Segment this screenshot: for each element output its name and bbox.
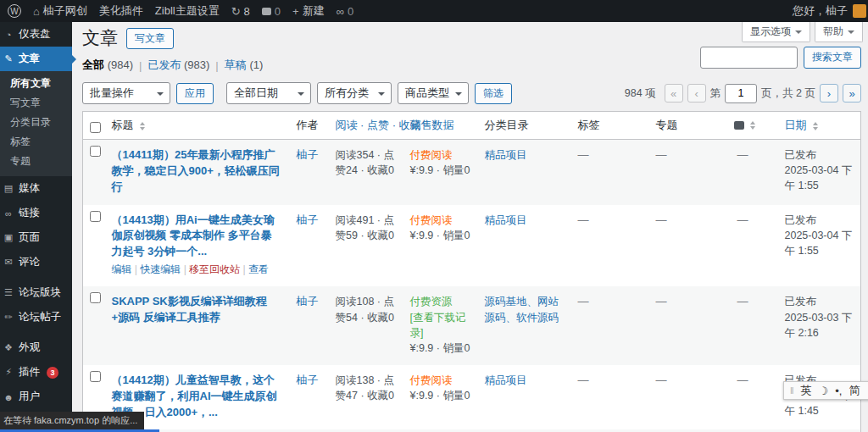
ime-width-toggle-icon[interactable]: ☽ — [819, 385, 829, 397]
comments-menu[interactable]: 0 — [256, 0, 287, 22]
prev-page-button[interactable]: ‹ — [687, 84, 706, 102]
sidebar-item-appearance[interactable]: ❖ 外观 — [0, 335, 72, 360]
category-link[interactable]: 精品项目 — [485, 214, 527, 226]
quick-edit-link[interactable]: 快速编辑 — [140, 263, 181, 275]
ime-language-toggle[interactable]: 英 — [801, 383, 812, 398]
last-page-button[interactable]: » — [843, 84, 861, 102]
ime-punctuation-toggle[interactable]: •, — [835, 385, 842, 397]
updates-menu[interactable]: ↻ 8 — [225, 0, 256, 22]
links-icon: ∞ — [3, 208, 14, 219]
row-checkbox[interactable] — [90, 292, 101, 303]
site-name-menu[interactable]: ⌂ 柚子网创 — [27, 0, 93, 22]
total-items: 984 项 — [625, 86, 656, 101]
row-checkbox[interactable] — [90, 211, 101, 222]
column-author: 作者 — [290, 112, 329, 140]
category-link[interactable]: 精品项目 — [485, 374, 527, 386]
apply-button[interactable]: 应用 — [176, 83, 214, 104]
sidebar-item-pages[interactable]: ▣ 页面 — [0, 225, 72, 250]
author-link[interactable]: 柚子 — [297, 295, 319, 307]
column-title[interactable]: 标题 — [105, 112, 290, 140]
author-link[interactable]: 柚子 — [297, 213, 319, 226]
view-link[interactable]: 查看 — [248, 263, 269, 275]
zibll-theme-settings-menu[interactable]: Zibll主题设置 — [149, 0, 225, 22]
edit-link[interactable]: 编辑 — [112, 263, 132, 275]
beautify-plugin-menu[interactable]: 美化插件 — [93, 0, 149, 22]
first-page-button[interactable]: « — [665, 84, 683, 102]
row-checkbox[interactable] — [90, 371, 101, 382]
submenu-topics[interactable]: 专题 — [0, 152, 72, 171]
topic-cell: — — [649, 140, 727, 205]
wordpress-logo-menu[interactable]: W — [0, 0, 27, 22]
post-title-link[interactable]: （14413期）用Ai一键生成美女瑜伽原创视频 零成本制作 多平台暴力起号 3分… — [112, 213, 275, 258]
bulk-actions-select[interactable]: 批量操作 — [82, 82, 170, 104]
sidebar-item-posts[interactable]: ✎ 文章 — [0, 47, 72, 71]
filter-published[interactable]: 已发布 (983) — [147, 58, 209, 73]
new-content-menu[interactable]: + 新建 — [287, 0, 331, 22]
page-title: 文章 — [82, 26, 118, 50]
post-title-link[interactable]: （14411期）25年最新小程序推广教学，稳定日入900+，轻松碾压同行 — [112, 148, 280, 193]
category-link[interactable]: 精品项目 — [485, 149, 527, 161]
sales-cell: 付费阅读¥:9.9 · 销量0 — [403, 205, 478, 287]
sales-cell: 付费阅读¥:9.9 · 销量0 — [403, 365, 478, 430]
submenu-categories[interactable]: 分类目录 — [0, 113, 72, 132]
column-comments[interactable] — [727, 112, 778, 140]
select-all-checkbox[interactable] — [90, 122, 101, 133]
sidebar-item-forum-sections[interactable]: ☰ 论坛版块 — [0, 280, 72, 305]
chevron-down-icon — [848, 30, 854, 37]
sidebar-item-comments[interactable]: ✉ 评论 — [0, 250, 72, 274]
category-filter-select[interactable]: 所有分类 — [317, 82, 392, 104]
sidebar-item-users[interactable]: ☻ 用户 — [0, 385, 72, 409]
account-menu[interactable]: 您好，柚子 — [793, 3, 868, 19]
column-sales[interactable]: 销售数据 — [403, 112, 478, 140]
submenu-all-posts[interactable]: 所有文章 — [0, 74, 72, 93]
column-categories: 分类目录 — [478, 112, 571, 140]
comments-cell: — — [727, 365, 778, 430]
comments-icon: ✉ — [3, 257, 14, 268]
column-stats[interactable]: 阅读 · 点赞 · 收藏 — [329, 112, 403, 140]
sidebar-item-plugins[interactable]: ⚡ 插件 3 — [0, 360, 72, 385]
add-new-post-button[interactable]: 写文章 — [126, 28, 174, 49]
search-posts-button[interactable]: 搜索文章 — [804, 47, 861, 69]
posts-table: 标题 作者 阅读 · 点赞 · 收藏 销售数据 分类目录 标签 专题 日期 — [82, 111, 861, 432]
filter-button[interactable]: 筛选 — [475, 83, 512, 104]
ime-charset-toggle[interactable]: 简 — [849, 383, 860, 398]
sidebar-item-media[interactable]: ▤ 媒体 — [0, 176, 72, 201]
date-cell: 已发布2025-03-03 下午 2:16 — [778, 286, 861, 365]
sidebar-item-dashboard[interactable]: ◔ 仪表盘 — [0, 22, 72, 47]
chevron-down-icon — [795, 30, 802, 37]
post-title-link[interactable]: SKAPP SK影视反编译详细教程+源码 反编译工具推荐 — [112, 295, 267, 324]
row-checkbox[interactable] — [90, 146, 101, 157]
filter-all[interactable]: 全部 (984) — [82, 58, 133, 73]
current-page-input[interactable] — [725, 84, 757, 103]
sidebar-item-forum-posts[interactable]: ✏ 论坛帖子 — [0, 305, 72, 330]
author-link[interactable]: 柚子 — [297, 374, 319, 386]
row-actions: 编辑 | 快速编辑 | 移至回收站 | 查看 — [112, 263, 283, 277]
filter-draft[interactable]: 草稿 (1) — [225, 58, 264, 73]
author-link[interactable]: 柚子 — [297, 148, 319, 161]
sale-type: 付费阅读 — [410, 213, 471, 228]
avatar — [853, 4, 866, 18]
submenu-tags[interactable]: 标签 — [0, 132, 72, 152]
date-filter-select[interactable]: 全部日期 — [226, 82, 311, 104]
search-input[interactable] — [700, 47, 798, 69]
help-tab[interactable]: 帮助 — [815, 22, 863, 42]
forum-sections-icon: ☰ — [3, 287, 14, 298]
column-date[interactable]: 日期 — [778, 112, 861, 140]
product-type-filter-select[interactable]: 商品类型 — [398, 82, 469, 104]
tags-cell: — — [571, 205, 649, 287]
trash-link[interactable]: 移至回收站 — [189, 263, 240, 275]
screen-options-tab[interactable]: 显示选项 — [742, 22, 810, 42]
links-menu[interactable]: ∞ 0 — [331, 0, 360, 22]
topic-cell: — — [649, 365, 727, 430]
category-link[interactable]: 源码基地、网站源码、软件源码 — [485, 296, 559, 324]
updates-icon: ↻ — [231, 5, 241, 18]
topic-cell: — — [649, 205, 727, 287]
ime-drag-handle[interactable]: ‖ — [790, 385, 794, 396]
sidebar-item-links[interactable]: ∞ 链接 — [0, 201, 72, 225]
table-row: （14413期）用Ai一键生成美女瑜伽原创视频 零成本制作 多平台暴力起号 3分… — [83, 205, 861, 287]
table-row: （14411期）25年最新小程序推广教学，稳定日入900+，轻松碾压同行柚子阅读… — [83, 140, 861, 205]
admin-sidebar: ◔ 仪表盘 ✎ 文章 所有文章 写文章 分类目录 标签 专题 ▤ 媒体 ∞ 链接… — [0, 22, 72, 432]
next-page-button[interactable]: › — [820, 84, 838, 102]
download-log-link[interactable]: [查看下载记录] — [410, 310, 471, 341]
submenu-add-post[interactable]: 写文章 — [0, 93, 72, 113]
